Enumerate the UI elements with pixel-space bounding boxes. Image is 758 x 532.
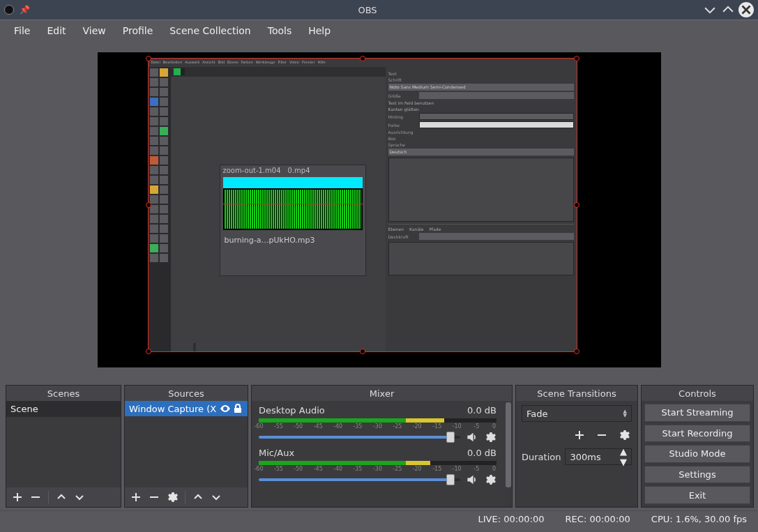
scenes-list[interactable]: Scene: [6, 401, 121, 487]
svg-rect-2: [598, 434, 606, 436]
menu-tools[interactable]: Tools: [259, 22, 301, 39]
close-button[interactable]: [738, 2, 754, 17]
remove-transition-button[interactable]: [594, 427, 609, 443]
gear-icon[interactable]: [484, 431, 497, 443]
mixer-meter: [259, 418, 497, 423]
titlebar: 📌 OBS: [0, 0, 758, 20]
resize-handle-mr[interactable]: [574, 202, 579, 208]
captured-statusbar: [193, 343, 196, 351]
transition-properties-button[interactable]: [616, 427, 632, 443]
visibility-icon[interactable]: [220, 403, 231, 414]
preview-canvas[interactable]: DateiBearbeitenAuswahlAnsichtBildEbeneFa…: [98, 52, 661, 367]
menu-scene-collection[interactable]: Scene Collection: [161, 22, 259, 39]
mixer-ticks: -60 -55 -50 -45 -40 -35 -30 -25 -20 -15 …: [259, 466, 497, 472]
duration-spinbox[interactable]: 300ms ▲▼: [565, 448, 632, 465]
panel-scenes-header: Scenes: [6, 386, 121, 401]
source-properties-button[interactable]: [165, 490, 179, 504]
menu-profile[interactable]: Profile: [114, 22, 162, 39]
move-scene-down-button[interactable]: [73, 490, 86, 504]
remove-scene-button[interactable]: [29, 490, 43, 504]
sources-toolbar: [125, 487, 248, 507]
exit-button[interactable]: Exit: [644, 486, 750, 504]
resize-handle-ml[interactable]: [146, 202, 151, 208]
panel-transitions: Scene Transitions Fade ▲▼ Duration 300ms…: [515, 385, 638, 508]
scenes-toolbar: [6, 487, 121, 507]
panel-controls-header: Controls: [642, 386, 753, 401]
panel-mixer: Mixer Desktop Audio 0.0 dB -60 -55 -50: [251, 385, 513, 508]
add-transition-button[interactable]: [572, 427, 587, 443]
scene-item[interactable]: Scene: [6, 401, 121, 417]
menu-help[interactable]: Help: [300, 22, 339, 39]
menubar: File Edit View Profile Scene Collection …: [0, 20, 758, 40]
mixer-body: Desktop Audio 0.0 dB -60 -55 -50 -45 -40…: [252, 401, 503, 507]
resize-handle-tm[interactable]: [360, 56, 365, 61]
captured-window: DateiBearbeitenAuswahlAnsichtBildEbeneFa…: [149, 59, 577, 351]
preview-area: DateiBearbeitenAuswahlAnsichtBildEbeneFa…: [0, 40, 758, 382]
status-cpu: CPU: 1.6%, 30.00 fps: [651, 514, 747, 524]
source-item[interactable]: Window Capture (X: [125, 401, 248, 416]
move-source-down-button[interactable]: [209, 490, 223, 504]
panel-scenes: Scenes Scene: [6, 385, 121, 508]
mixer-scrollbar[interactable]: [505, 401, 512, 507]
volume-slider[interactable]: [259, 432, 460, 443]
status-rec: REC: 00:00:00: [566, 514, 630, 524]
resize-handle-tr[interactable]: [574, 56, 579, 61]
statusbar: LIVE: 00:00:00 REC: 00:00:00 CPU: 1.6%, …: [0, 510, 758, 527]
menu-file[interactable]: File: [6, 22, 38, 39]
panel-controls: Controls Start Streaming Start Recording…: [641, 385, 754, 508]
move-source-up-button[interactable]: [191, 490, 205, 504]
status-live: LIVE: 00:00:00: [478, 514, 544, 524]
panel-transitions-header: Scene Transitions: [516, 386, 637, 401]
panel-sources-header: Sources: [125, 386, 248, 401]
captured-right-dock: Text Schrift Noto Sans Medium Semi-Conde…: [386, 67, 577, 351]
transition-selected: Fade: [526, 409, 548, 419]
duration-value: 300ms: [570, 452, 600, 462]
captured-toolbox: [149, 67, 171, 351]
mixer-channel-db: 0.0 dB: [467, 448, 497, 458]
add-scene-button[interactable]: [10, 490, 24, 504]
captured-canvas-area: zoom-out-1.m04__0.mp4 burning-a…pUkHO.mp…: [171, 67, 387, 351]
chevron-updown-icon: ▲▼: [620, 446, 627, 467]
window-title: OBS: [36, 5, 699, 15]
captured-float-window: zoom-out-1.m04__0.mp4 burning-a…pUkHO.mp…: [220, 165, 366, 276]
gear-icon[interactable]: [484, 473, 497, 486]
move-scene-up-button[interactable]: [54, 490, 68, 504]
start-recording-button[interactable]: Start Recording: [644, 425, 750, 443]
sources-list[interactable]: Window Capture (X: [125, 401, 248, 487]
settings-button[interactable]: Settings: [644, 466, 750, 484]
panel-sources: Sources Window Capture (X: [124, 385, 248, 508]
transition-select[interactable]: Fade ▲▼: [522, 405, 632, 422]
mixer-channel-name: Desktop Audio: [259, 405, 325, 416]
svg-rect-1: [150, 496, 158, 498]
menu-view[interactable]: View: [75, 22, 114, 39]
chevron-updown-icon: ▲▼: [623, 409, 627, 418]
resize-handle-bl[interactable]: [146, 349, 151, 354]
mixer-channel-db: 0.0 dB: [467, 405, 497, 416]
resize-handle-tl[interactable]: [146, 56, 151, 61]
add-source-button[interactable]: [129, 490, 143, 504]
app-window: 📌 OBS File Edit View Profile Scene Colle…: [0, 0, 758, 532]
duration-label: Duration: [522, 452, 561, 462]
source-item-label: Window Capture (X: [129, 404, 218, 414]
pin-icon[interactable]: 📌: [20, 5, 30, 15]
mixer-ticks: -60 -55 -50 -45 -40 -35 -30 -25 -20 -15 …: [259, 423, 497, 430]
studio-mode-button[interactable]: Studio Mode: [644, 445, 750, 463]
maximize-button[interactable]: [720, 2, 736, 17]
mixer-meter: [259, 461, 497, 465]
lock-icon[interactable]: [232, 403, 243, 414]
mixer-channel-desktop: Desktop Audio 0.0 dB -60 -55 -50 -45 -40…: [259, 405, 497, 443]
speaker-icon[interactable]: [466, 431, 478, 443]
dock-panels: Scenes Scene Sources Window Capture (X: [0, 382, 758, 510]
resize-handle-br[interactable]: [574, 349, 579, 354]
speaker-icon[interactable]: [466, 473, 478, 486]
menu-edit[interactable]: Edit: [38, 22, 74, 39]
remove-source-button[interactable]: [147, 490, 161, 504]
start-streaming-button[interactable]: Start Streaming: [644, 404, 750, 422]
source-selection[interactable]: DateiBearbeitenAuswahlAnsichtBildEbeneFa…: [148, 58, 577, 352]
svg-rect-0: [31, 496, 40, 498]
mixer-channel-mic: Mic/Aux 0.0 dB -60 -55 -50 -45 -40 -35 -…: [259, 448, 497, 486]
minimize-button[interactable]: [702, 2, 718, 17]
resize-handle-bm[interactable]: [360, 349, 365, 354]
panel-mixer-header: Mixer: [252, 386, 512, 401]
volume-slider[interactable]: [259, 474, 460, 485]
